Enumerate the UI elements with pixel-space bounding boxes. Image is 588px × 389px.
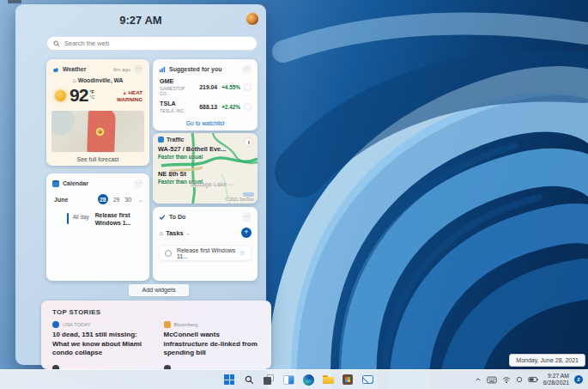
stock-watch-button[interactable] — [244, 83, 252, 91]
user-avatar[interactable] — [246, 12, 259, 26]
store-icon — [342, 374, 353, 385]
task-view-button[interactable] — [262, 373, 276, 386]
news-story[interactable]: Bloomberg McConnell wants infrastructure… — [164, 321, 264, 358]
calendar-title: Calendar — [63, 180, 88, 186]
go-to-watchlist-link[interactable]: Go to watchlist — [153, 120, 258, 126]
tray-chevron-up-icon[interactable] — [475, 376, 482, 383]
task-star-icon[interactable]: ☆ — [239, 249, 246, 257]
stocks-menu-button[interactable]: ⋯ — [242, 64, 252, 74]
calendar-day-29[interactable]: 29 — [113, 197, 120, 203]
map-compass-button[interactable] — [244, 137, 253, 147]
calendar-icon — [52, 180, 59, 187]
stocks-title: Suggested for you — [169, 66, 221, 72]
chevron-down-icon[interactable]: ⌄ — [138, 197, 142, 203]
map-attribution: © 2021 TomTom — [226, 198, 254, 202]
calendar-event[interactable]: All day Release first Windows 1... — [46, 204, 149, 227]
stock-row-gme[interactable]: GME GAMESTOP CO... 219.04 +4.55% — [153, 74, 258, 96]
todo-task-row[interactable]: Release first Windows 11... ☆ — [159, 245, 252, 261]
story-headline: 10 dead, 151 still missing: What we know… — [52, 331, 152, 358]
map-zoom-control[interactable] — [243, 192, 254, 197]
folder-icon — [323, 375, 334, 384]
todo-title: To Do — [169, 214, 185, 220]
stock-price: 688.13 — [199, 104, 217, 110]
search-icon — [245, 375, 254, 385]
stock-symbol: GME — [160, 77, 194, 85]
weather-warning-map[interactable] — [52, 111, 144, 152]
temperature-value: 92 — [70, 85, 88, 106]
battery-icon[interactable] — [528, 376, 538, 383]
weather-location: ⌂ Woodinville, WA — [46, 77, 149, 83]
stocks-widget[interactable]: Suggested for you ⋯ GME GAMESTOP CO... 2… — [153, 59, 258, 131]
calendar-month: June — [54, 197, 68, 203]
bloomberg-logo — [164, 321, 171, 328]
mail-button[interactable] — [361, 373, 374, 386]
tasks-list-label[interactable]: Tasks — [166, 229, 183, 237]
envelope-icon — [362, 375, 373, 384]
edge-browser-button[interactable] — [301, 373, 315, 386]
calendar-menu-button[interactable]: ⋯ — [134, 179, 143, 188]
web-search-bar[interactable] — [46, 36, 258, 51]
notification-badge[interactable]: 2 — [574, 375, 583, 384]
stock-price: 219.04 — [199, 84, 217, 90]
add-widgets-button[interactable]: Add widgets — [129, 284, 189, 296]
usa-today-logo — [52, 321, 59, 328]
task-view-icon — [264, 374, 274, 385]
taskbar-search-button[interactable] — [242, 373, 256, 386]
traffic-widget[interactable]: Traffic WA-527 / Bothell Eve... Faster t… — [153, 133, 258, 204]
map-water-region — [52, 111, 77, 138]
home-icon: ⌂ — [160, 230, 163, 236]
stock-company: GAMESTOP CO... — [160, 86, 194, 96]
widgets-button[interactable] — [282, 373, 295, 386]
task-checkbox[interactable] — [165, 250, 172, 257]
stock-row-tsla[interactable]: TSLA TESLA, INC. 688.13 +2.42% — [153, 96, 258, 113]
wifi-icon[interactable] — [502, 376, 511, 384]
news-story[interactable]: USA TODAY 10 dead, 151 still missing: Wh… — [52, 321, 152, 358]
weather-widget[interactable]: Weather 6m ago ⋯ ⌂ Woodinville, WA 92 °F… — [46, 59, 149, 166]
stock-watch-button[interactable] — [244, 103, 252, 111]
location-marker — [96, 128, 104, 136]
stock-change: +4.55% — [221, 84, 240, 90]
event-time: All day — [73, 214, 95, 220]
taskbar: 9:27 AM 6/28/2021 2 — [0, 369, 588, 389]
file-explorer-button[interactable] — [321, 373, 335, 386]
unit-celsius[interactable]: °C — [89, 94, 94, 100]
touch-keyboard-icon[interactable] — [487, 376, 497, 384]
weather-menu-button[interactable]: ⋯ — [134, 64, 143, 74]
start-button[interactable] — [222, 373, 236, 386]
add-task-button[interactable]: + — [241, 228, 252, 238]
location-pin-icon: ⌂ — [73, 77, 76, 83]
stock-symbol: TSLA — [160, 100, 194, 107]
traffic-title: Traffic — [167, 137, 184, 143]
traffic-route-name: WA-527 / Bothell Eve... — [158, 145, 226, 153]
story-headline: McConnell wants infrastructure de-linked… — [164, 331, 264, 358]
todo-check-icon — [159, 214, 166, 221]
task-title: Release first Windows 11... — [177, 247, 239, 259]
edge-icon — [303, 374, 314, 386]
sun-icon — [55, 90, 66, 101]
windows-logo-icon — [224, 374, 234, 385]
microsoft-store-button[interactable] — [341, 373, 355, 386]
tray-date: 6/28/2021 — [543, 380, 569, 386]
quiet-hours-icon[interactable] — [516, 376, 523, 383]
todo-widget[interactable]: To Do ⋯ ⌂ Tasks ⌄ + Release first Window… — [153, 207, 258, 281]
map-place-label: Cottage Lake — [191, 181, 227, 187]
panel-clock: 9:27 AM — [15, 14, 266, 27]
see-full-forecast-link[interactable]: See full forecast — [46, 156, 149, 162]
calendar-day-28[interactable]: 28 — [98, 194, 108, 204]
recycle-bin-label-partial — [8, 0, 21, 3]
event-color-bar — [67, 213, 69, 224]
widgets-icon — [283, 375, 294, 385]
warning-triangle-icon: ▲ — [122, 90, 126, 95]
weather-title: Weather — [63, 66, 87, 72]
traffic-route-status: Faster than usual — [158, 154, 226, 160]
heat-warning-badge: ▲ HEAT WARNING — [117, 89, 142, 102]
tray-clock[interactable]: 9:27 AM 6/28/2021 — [543, 373, 569, 386]
chevron-down-icon[interactable]: ⌄ — [186, 230, 191, 235]
stock-change: +2.42% — [221, 104, 240, 110]
calendar-widget[interactable]: Calendar ⋯ June 28 29 30 ⌄ All day Relea… — [46, 173, 149, 281]
search-input[interactable] — [64, 40, 251, 47]
todo-menu-button[interactable]: ⋯ — [242, 212, 252, 222]
calendar-day-30[interactable]: 30 — [124, 197, 131, 203]
traffic-icon — [158, 137, 164, 143]
top-stories-card: TOP STORIES USA TODAY 10 dead, 151 still… — [41, 301, 271, 369]
